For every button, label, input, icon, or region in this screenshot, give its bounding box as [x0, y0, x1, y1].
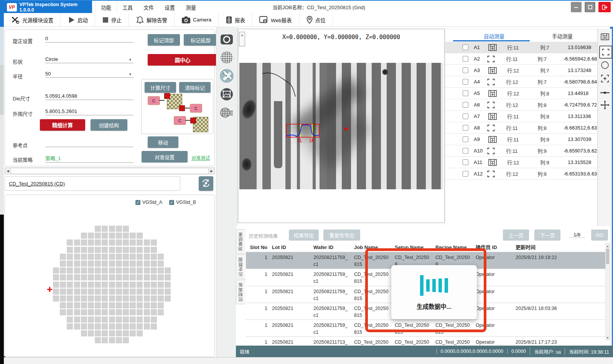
mark-top-button[interactable]: 标记顶部	[148, 34, 180, 46]
microscope-image[interactable]: 1L 1R +	[239, 63, 443, 189]
wafer-die[interactable]	[60, 267, 66, 274]
wafer-die[interactable]	[144, 254, 150, 260]
wafer-die[interactable]	[67, 261, 73, 267]
horizontal-scrollbar[interactable]: ◀ ▶	[5, 167, 215, 174]
next-page-button[interactable]: 下一页	[534, 230, 560, 241]
measurement-row-A1[interactable]: A1行:11列:713.016638	[445, 42, 597, 53]
wafer-die[interactable]	[130, 267, 136, 274]
wafer-die[interactable]	[81, 302, 87, 308]
menu-item-function[interactable]: 功能	[95, 1, 117, 13]
toolbar-web-report-button[interactable]: Web报表	[252, 13, 299, 26]
wafer-die[interactable]	[137, 316, 143, 323]
wafer-die[interactable]	[144, 309, 150, 315]
viewer-image-frame-button[interactable]	[219, 87, 234, 102]
measurement-row-A7[interactable]: A7行:11列:813.311336	[445, 111, 597, 122]
scrollbar-thumb[interactable]	[606, 249, 609, 264]
wafer-die[interactable]	[88, 233, 94, 239]
toolbar-start-button[interactable]: 启动	[61, 13, 95, 26]
wafer-die[interactable]	[123, 302, 129, 308]
ref-point-input[interactable]	[45, 139, 133, 147]
vgstd-b-checkbox[interactable]: ✓ VGStd_B	[169, 200, 196, 205]
wafer-die[interactable]	[81, 295, 87, 302]
wafer-die[interactable]	[109, 309, 115, 315]
wafer-die[interactable]	[151, 316, 157, 323]
wafer-die[interactable]	[116, 295, 122, 302]
wafer-die[interactable]	[102, 295, 108, 302]
wafer-die[interactable]	[95, 247, 101, 253]
measurement-row-A5[interactable]: A5行:12列:813.44918	[445, 88, 597, 99]
wafer-die[interactable]	[116, 309, 122, 315]
calc-size-button[interactable]: 计算尺寸	[145, 82, 176, 93]
wafer-die[interactable]	[116, 316, 122, 323]
wafer-die[interactable]	[102, 330, 108, 336]
wafer-die[interactable]	[67, 247, 73, 253]
wafer-die[interactable]	[67, 274, 73, 280]
wafer-die[interactable]	[130, 274, 136, 280]
wafer-die[interactable]	[158, 274, 164, 280]
wafer-die[interactable]	[74, 254, 80, 260]
wafer-die[interactable]	[123, 282, 129, 288]
row-checkbox[interactable]	[463, 113, 468, 119]
wafer-die[interactable]	[102, 239, 108, 246]
go-button[interactable]: GO	[591, 230, 608, 241]
wafer-die[interactable]	[123, 337, 129, 343]
exit-button[interactable]	[598, 2, 611, 12]
row-checkbox[interactable]	[463, 171, 468, 177]
wafer-die[interactable]	[137, 267, 143, 274]
wafer-die[interactable]	[151, 323, 157, 330]
wafer-die[interactable]	[95, 316, 101, 323]
toolbar-camera-button[interactable]: Camera	[175, 13, 219, 26]
wafer-die[interactable]	[144, 282, 150, 288]
wafer-die[interactable]	[88, 282, 94, 288]
wafer-die[interactable]	[137, 247, 143, 253]
wafer-die[interactable]	[137, 274, 143, 280]
wafer-die[interactable]	[95, 330, 101, 336]
wafer-die[interactable]	[158, 261, 164, 267]
wafer-die[interactable]	[95, 239, 101, 246]
wafer-die[interactable]	[81, 316, 87, 323]
wafer-die[interactable]	[53, 282, 59, 288]
wafer-die[interactable]	[67, 289, 73, 295]
wafer-die[interactable]	[95, 282, 101, 288]
wafer-die[interactable]	[67, 267, 73, 274]
wafer-die[interactable]	[151, 239, 157, 246]
wafer-die[interactable]	[144, 247, 150, 253]
wafer-die[interactable]	[109, 289, 115, 295]
wafer-die[interactable]	[60, 309, 66, 315]
maximize-button[interactable]	[585, 2, 595, 12]
create-structure-button[interactable]: 创建结构	[91, 119, 127, 131]
wafer-die[interactable]	[109, 274, 115, 280]
wafer-die[interactable]	[81, 289, 87, 295]
measurement-row-A2[interactable]: A2行:11列:7-6.565942,6.681	[445, 53, 597, 65]
export-repeat-button[interactable]: 重复性导出	[323, 230, 360, 241]
viewer-measure-round-button[interactable]	[219, 69, 234, 83]
wafer-die[interactable]	[123, 316, 129, 323]
wafer-die[interactable]	[81, 261, 87, 267]
wafer-die[interactable]	[88, 316, 94, 323]
wafer-die[interactable]	[53, 295, 59, 302]
wafer-die[interactable]	[74, 316, 80, 323]
wafer-die[interactable]	[88, 254, 94, 260]
row-checkbox[interactable]	[463, 148, 468, 154]
tab-auto-measure[interactable]: 自动测量	[484, 32, 504, 40]
wafer-die[interactable]	[165, 267, 171, 274]
wafer-die[interactable]	[158, 295, 164, 302]
tool-circle-button[interactable]	[599, 59, 611, 71]
wafer-die[interactable]	[130, 316, 136, 323]
wafer-die[interactable]	[95, 267, 101, 274]
wafer-die[interactable]	[130, 295, 136, 302]
toolbar-clear-alarm-button[interactable]: 解除告警	[129, 13, 175, 26]
wafer-die[interactable]	[123, 323, 129, 330]
wafer-die[interactable]	[137, 233, 143, 239]
wafer-die[interactable]	[102, 323, 108, 330]
wafer-die[interactable]	[67, 282, 73, 288]
wafer-die[interactable]	[81, 330, 87, 336]
wafer-die[interactable]	[74, 309, 80, 315]
wafer-die[interactable]	[95, 337, 101, 343]
wafer-die[interactable]	[88, 330, 94, 336]
wafer-die[interactable]	[102, 337, 108, 343]
viewer-wafer-grid-button[interactable]	[219, 50, 234, 65]
wafer-die[interactable]	[81, 247, 87, 253]
wafer-die[interactable]	[151, 282, 157, 288]
wafer-die[interactable]	[123, 295, 129, 302]
